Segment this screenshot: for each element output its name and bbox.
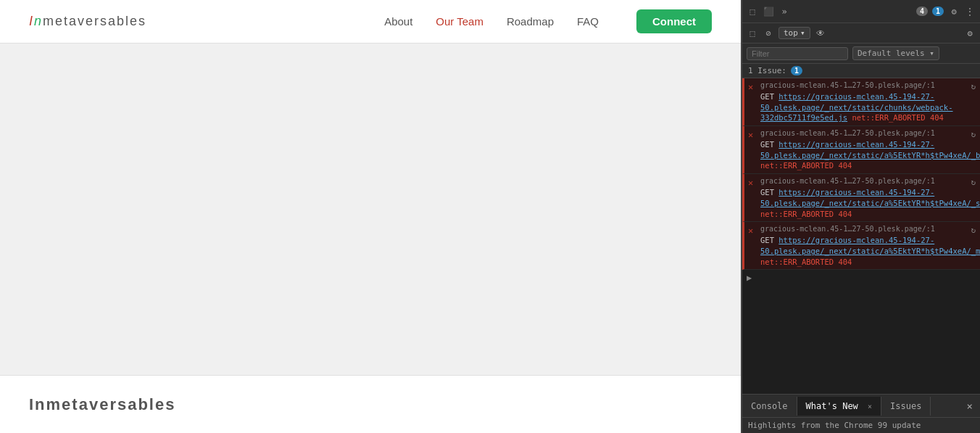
site-logo: Inmetaversables bbox=[29, 14, 384, 29]
nav-faq[interactable]: FAQ bbox=[577, 15, 599, 28]
info-badge[interactable]: 1 bbox=[932, 7, 944, 16]
error-icon-4: ✕ bbox=[748, 225, 753, 237]
inspect-icon[interactable]: ⬚ bbox=[747, 6, 758, 17]
connect-button[interactable]: Connect bbox=[636, 9, 712, 33]
source-link-4[interactable]: gracious-mclean.45-1…27-50.plesk.page/:1 bbox=[760, 225, 935, 233]
footer-logo: Inmetaversables bbox=[29, 395, 175, 414]
http-method-3: GET bbox=[760, 188, 778, 197]
url-link-2[interactable]: https://gracious-mclean.45-194-27-50.ple… bbox=[760, 140, 980, 160]
frame-label: top bbox=[784, 28, 798, 38]
reload-icon-1[interactable]: ↻ bbox=[971, 81, 976, 92]
default-levels[interactable]: Default levels ▾ bbox=[852, 46, 939, 60]
tab-whats-new[interactable]: What's New × bbox=[797, 397, 882, 416]
eye-icon[interactable]: 👁 bbox=[815, 28, 826, 39]
issues-bar: 1 Issue: 1 bbox=[742, 64, 980, 78]
nav-about[interactable]: About bbox=[384, 15, 412, 28]
devtools-tab-bar: Console What's New × Issues × bbox=[742, 394, 980, 417]
error-icon-1: ✕ bbox=[748, 81, 753, 94]
error-code-1: net::ERR_ABORTED 404 bbox=[852, 113, 943, 122]
error-icon-3: ✕ bbox=[748, 177, 753, 189]
reload-icon-2[interactable]: ↻ bbox=[971, 129, 976, 140]
error-code-2: net::ERR_ABORTED 404 bbox=[760, 161, 852, 170]
frame-selector[interactable]: top ▾ bbox=[778, 27, 810, 39]
http-method-1: GET bbox=[760, 92, 778, 101]
devtools-toolbar2: ⬚ ⊘ top ▾ 👁 ⚙ bbox=[742, 23, 980, 44]
tab-console[interactable]: Console bbox=[742, 397, 797, 416]
tab-close-icon[interactable]: × bbox=[868, 403, 872, 411]
msg-text-1: GET https://gracious-mclean.45-194-27-50… bbox=[760, 91, 976, 123]
source-line-4: gracious-mclean.45-1…27-50.plesk.page/:1 bbox=[760, 224, 976, 234]
error-icon-2: ✕ bbox=[748, 129, 753, 141]
panel-settings-icon[interactable]: ⚙ bbox=[964, 28, 976, 39]
error-message-1: ✕ gracious-mclean.45-1…27-50.plesk.page/… bbox=[742, 78, 980, 126]
footer: Inmetaversables bbox=[0, 375, 741, 433]
error-badge[interactable]: 4 bbox=[916, 7, 928, 16]
frame-icon[interactable]: ⬚ bbox=[747, 28, 758, 39]
bottom-bar-text: Highlights from the Chrome 99 update bbox=[748, 421, 921, 430]
tab-issues[interactable]: Issues bbox=[881, 397, 931, 416]
more-options-icon[interactable]: ⋮ bbox=[964, 6, 976, 17]
main-content-area bbox=[0, 44, 741, 375]
source-line-3: gracious-mclean.45-1…27-50.plesk.page/:1 bbox=[760, 176, 976, 186]
devtools-toolbar: ⬚ ⬛ » 4 1 ⚙ ⋮ bbox=[742, 0, 980, 23]
chevron-down-icon: ▾ bbox=[800, 28, 805, 38]
error-message-4: ✕ gracious-mclean.45-1…27-50.plesk.page/… bbox=[742, 222, 980, 270]
nav-our-team[interactable]: Our Team bbox=[436, 15, 483, 28]
nav-links: About Our Team Roadmap FAQ Connect bbox=[384, 9, 712, 33]
source-link-1[interactable]: gracious-mclean.45-1…27-50.plesk.page/:1 bbox=[760, 81, 935, 89]
error-message-3: ✕ gracious-mclean.45-1…27-50.plesk.page/… bbox=[742, 174, 980, 222]
main-website: Inmetaversables About Our Team Roadmap F… bbox=[0, 0, 741, 433]
error-code-4: net::ERR_ABORTED 404 bbox=[760, 257, 852, 266]
settings-icon[interactable]: ⚙ bbox=[948, 6, 960, 17]
devtools-close-button[interactable]: × bbox=[960, 396, 980, 416]
http-method-4: GET bbox=[760, 236, 778, 244]
reload-icon-4[interactable]: ↻ bbox=[971, 225, 976, 236]
console-messages: ✕ gracious-mclean.45-1…27-50.plesk.page/… bbox=[742, 78, 980, 394]
nav-roadmap[interactable]: Roadmap bbox=[507, 15, 554, 28]
msg-text-4: GET https://gracious-mclean.45-194-27-50… bbox=[760, 235, 976, 267]
error-message-2: ✕ gracious-mclean.45-1…27-50.plesk.page/… bbox=[742, 126, 980, 174]
source-line-1: gracious-mclean.45-1…27-50.plesk.page/:1 bbox=[760, 81, 976, 91]
source-link-3[interactable]: gracious-mclean.45-1…27-50.plesk.page/:1 bbox=[760, 177, 935, 185]
source-line-2: gracious-mclean.45-1…27-50.plesk.page/:1 bbox=[760, 128, 976, 139]
issues-label: 1 Issue: bbox=[748, 66, 786, 75]
msg-text-2: GET https://gracious-mclean.45-194-27-50… bbox=[760, 139, 976, 171]
error-code-3: net::ERR_ABORTED 404 bbox=[760, 210, 852, 218]
issues-count-badge[interactable]: 1 bbox=[791, 66, 802, 75]
expand-chevron[interactable]: ▶ bbox=[742, 270, 980, 286]
device-icon[interactable]: ⬛ bbox=[763, 6, 774, 17]
devtools-panel: ⬚ ⬛ » 4 1 ⚙ ⋮ ⬚ ⊘ top ▾ 👁 ⚙ Default leve… bbox=[741, 0, 980, 433]
block-icon[interactable]: ⊘ bbox=[763, 28, 774, 39]
source-link-2[interactable]: gracious-mclean.45-1…27-50.plesk.page/:1 bbox=[760, 129, 935, 137]
reload-icon-3[interactable]: ↻ bbox=[971, 177, 976, 188]
navbar: Inmetaversables About Our Team Roadmap F… bbox=[0, 0, 741, 44]
more-panels-icon[interactable]: » bbox=[778, 6, 790, 17]
url-link-3[interactable]: https://gracious-mclean.45-194-27-50.ple… bbox=[760, 188, 980, 207]
msg-text-3: GET https://gracious-mclean.45-194-27-50… bbox=[760, 187, 976, 219]
tab-whats-new-label: What's New bbox=[806, 401, 858, 411]
http-method-2: GET bbox=[760, 140, 778, 149]
url-link-4[interactable]: https://gracious-mclean.45-194-27-50.ple… bbox=[760, 236, 980, 255]
filter-bar: Default levels ▾ bbox=[742, 44, 980, 64]
bottom-bar: Highlights from the Chrome 99 update bbox=[742, 417, 980, 433]
filter-input[interactable] bbox=[747, 47, 848, 60]
